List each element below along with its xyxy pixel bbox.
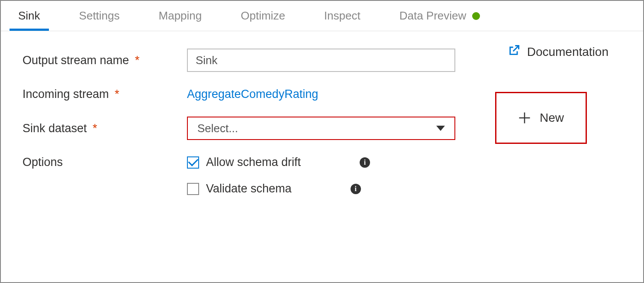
output-stream-name-input[interactable]	[187, 49, 455, 72]
documentation-label: Documentation	[527, 45, 609, 59]
sink-dataset-label: Sink dataset *	[23, 122, 178, 135]
required-asterisk-icon: *	[135, 54, 140, 67]
tab-data-preview[interactable]: Data Preview	[391, 1, 489, 31]
info-icon[interactable]: i	[360, 157, 370, 168]
required-asterisk-icon: *	[93, 122, 97, 135]
tab-data-preview-label: Data Preview	[399, 9, 467, 23]
documentation-link[interactable]: Documentation	[508, 44, 609, 59]
chevron-down-icon	[436, 126, 445, 131]
validate-schema-label: Validate schema	[206, 182, 292, 195]
tab-inspect-label: Inspect	[324, 9, 361, 23]
tab-settings-label: Settings	[79, 9, 120, 23]
incoming-stream-value[interactable]: AggregateComedyRating	[187, 88, 318, 101]
required-asterisk-icon: *	[115, 88, 119, 101]
tab-optimize[interactable]: Optimize	[232, 1, 294, 31]
allow-schema-drift-label: Allow schema drift	[206, 156, 301, 169]
tab-inspect[interactable]: Inspect	[316, 1, 369, 31]
form-content: Documentation Output stream name * Incom…	[1, 31, 643, 195]
tab-mapping[interactable]: Mapping	[150, 1, 211, 31]
info-icon[interactable]: i	[351, 184, 361, 194]
allow-schema-drift-checkbox[interactable]	[187, 156, 199, 169]
preview-status-dot-icon	[472, 12, 480, 20]
output-stream-name-label: Output stream name *	[23, 54, 178, 67]
sink-dataset-placeholder: Select...	[197, 122, 238, 135]
new-button[interactable]: New	[495, 92, 587, 144]
options-label: Options	[23, 156, 178, 169]
plus-icon	[518, 111, 531, 124]
external-link-icon	[508, 44, 520, 59]
incoming-stream-label: Incoming stream *	[23, 88, 178, 101]
validate-schema-checkbox[interactable]	[187, 183, 199, 195]
sink-dataset-select[interactable]: Select...	[187, 117, 455, 140]
tab-mapping-label: Mapping	[159, 9, 202, 23]
new-button-label: New	[540, 111, 564, 125]
tab-sink-label: Sink	[18, 9, 40, 23]
tab-bar: Sink Settings Mapping Optimize Inspect D…	[1, 1, 643, 31]
tab-settings[interactable]: Settings	[71, 1, 129, 31]
tab-optimize-label: Optimize	[241, 9, 285, 23]
tab-sink[interactable]: Sink	[10, 1, 49, 31]
